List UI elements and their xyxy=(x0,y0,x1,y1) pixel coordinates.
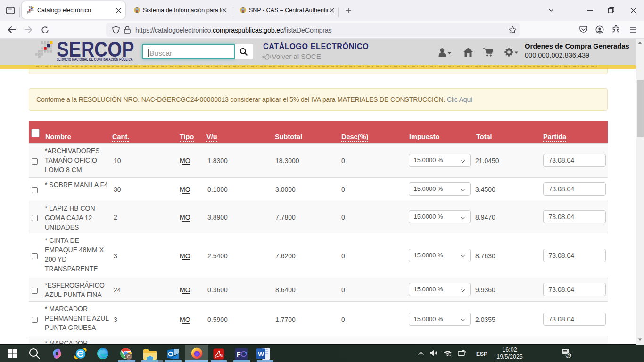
svg-text:F: F xyxy=(237,351,241,358)
svg-text:G: G xyxy=(127,354,130,359)
svg-text:2: 2 xyxy=(567,353,570,358)
svg-text:W: W xyxy=(258,350,264,358)
